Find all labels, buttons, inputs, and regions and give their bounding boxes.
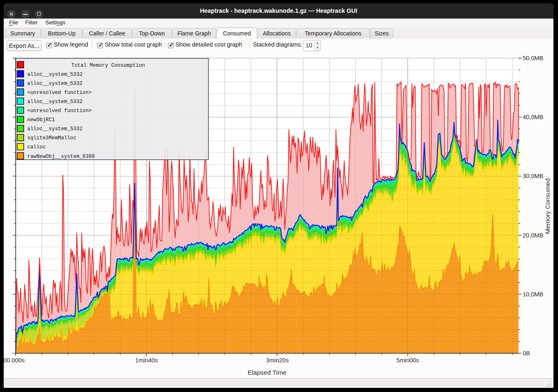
svg-text:alloc__system_5332: alloc__system_5332 bbox=[27, 99, 83, 105]
svg-text:40,0MB: 40,0MB bbox=[523, 114, 544, 120]
svg-text:30,0MB: 30,0MB bbox=[523, 173, 544, 179]
svg-text:1min40s: 1min40s bbox=[135, 357, 158, 364]
svg-text:Total Memory Consumption: Total Memory Consumption bbox=[71, 63, 145, 68]
svg-text:rawNewObj__system_6388: rawNewObj__system_6388 bbox=[27, 154, 95, 160]
svg-text:<unresolved function>: <unresolved function> bbox=[27, 108, 92, 114]
svg-text:calloc: calloc bbox=[27, 144, 46, 150]
svg-text:00.000s: 00.000s bbox=[4, 357, 25, 364]
svg-text:50,0MB: 50,0MB bbox=[523, 55, 544, 61]
svg-text:Elapsed Time: Elapsed Time bbox=[248, 369, 286, 376]
svg-text:alloc__system_5332: alloc__system_5332 bbox=[27, 81, 83, 87]
svg-text:newObjRC1: newObjRC1 bbox=[27, 117, 55, 123]
svg-text:<unresolved function>: <unresolved function> bbox=[27, 90, 92, 96]
svg-text:Memory Consumed: Memory Consumed bbox=[544, 178, 551, 234]
svg-text:20,0MB: 20,0MB bbox=[523, 232, 544, 239]
svg-text:0B: 0B bbox=[523, 350, 530, 357]
svg-text:5min00s: 5min00s bbox=[397, 357, 419, 364]
svg-text:3min20s: 3min20s bbox=[266, 357, 289, 364]
svg-text:sqlite3MemMalloc: sqlite3MemMalloc bbox=[27, 135, 76, 141]
svg-text:alloc__system_5332: alloc__system_5332 bbox=[27, 72, 83, 77]
svg-text:alloc__system_5332: alloc__system_5332 bbox=[27, 126, 83, 132]
svg-text:10,0MB: 10,0MB bbox=[523, 291, 544, 298]
